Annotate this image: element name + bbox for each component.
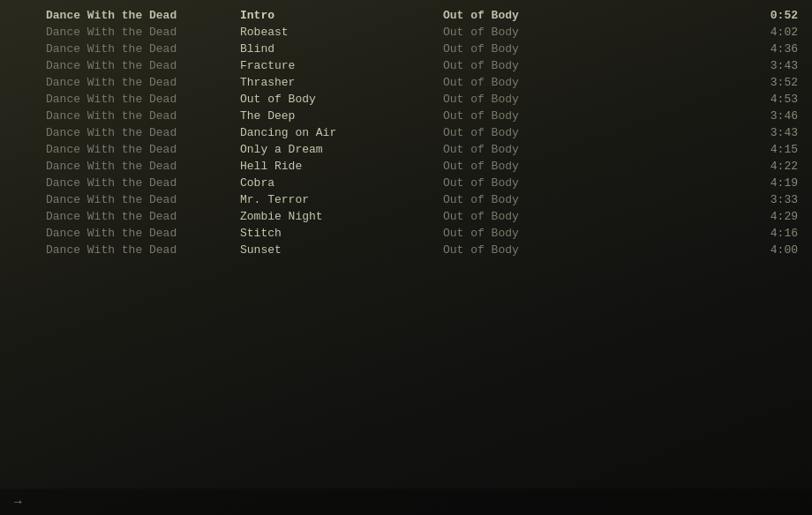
track-row[interactable]: Dance With the DeadOut of BodyOut of Bod… <box>0 91 812 108</box>
track-artist: Dance With the Dead <box>46 176 240 190</box>
track-artist: Dance With the Dead <box>46 42 240 56</box>
track-album: Out of Body <box>443 143 745 156</box>
track-artist: Dance With the Dead <box>46 59 240 72</box>
track-album: Out of Body <box>443 243 745 257</box>
track-duration: 4:29 <box>745 210 798 223</box>
track-list-header: Dance With the Dead Intro Out of Body 0:… <box>0 7 812 24</box>
track-duration: 4:22 <box>745 160 798 173</box>
track-duration: 3:46 <box>745 109 798 123</box>
track-title: Only a Dream <box>240 143 443 156</box>
track-album: Out of Body <box>443 26 745 39</box>
track-album: Out of Body <box>443 193 745 206</box>
track-artist: Dance With the Dead <box>46 243 240 257</box>
track-title: Thrasher <box>240 76 443 89</box>
track-album: Out of Body <box>443 227 745 240</box>
track-row[interactable]: Dance With the DeadFractureOut of Body3:… <box>0 57 812 74</box>
track-duration: 4:16 <box>745 227 798 240</box>
track-row[interactable]: Dance With the DeadStitchOut of Body4:16 <box>0 225 812 242</box>
track-title: Fracture <box>240 59 443 72</box>
track-duration: 4:15 <box>745 143 798 156</box>
track-album: Out of Body <box>443 176 745 190</box>
track-row[interactable]: Dance With the DeadRobeastOut of Body4:0… <box>0 24 812 41</box>
track-row[interactable]: Dance With the DeadMr. TerrorOut of Body… <box>0 191 812 208</box>
header-album: Out of Body <box>443 9 745 22</box>
track-artist: Dance With the Dead <box>46 26 240 39</box>
track-title: Robeast <box>240 26 443 39</box>
track-duration: 3:43 <box>745 126 798 139</box>
track-title: Cobra <box>240 176 443 190</box>
track-duration: 4:02 <box>745 26 798 39</box>
track-artist: Dance With the Dead <box>46 126 240 139</box>
track-album: Out of Body <box>443 93 745 106</box>
track-title: Stitch <box>240 227 443 240</box>
header-artist: Dance With the Dead <box>46 9 240 22</box>
track-row[interactable]: Dance With the DeadZombie NightOut of Bo… <box>0 208 812 225</box>
track-row[interactable]: Dance With the DeadThe DeepOut of Body3:… <box>0 108 812 124</box>
track-row[interactable]: Dance With the DeadThrasherOut of Body3:… <box>0 74 812 91</box>
track-album: Out of Body <box>443 76 745 89</box>
header-title: Intro <box>240 9 443 22</box>
track-title: The Deep <box>240 109 443 123</box>
track-row[interactable]: Dance With the DeadHell RideOut of Body4… <box>0 158 812 175</box>
track-duration: 3:43 <box>745 59 798 72</box>
track-album: Out of Body <box>443 126 745 139</box>
track-title: Dancing on Air <box>240 126 443 139</box>
track-artist: Dance With the Dead <box>46 93 240 106</box>
track-album: Out of Body <box>443 42 745 56</box>
track-title: Out of Body <box>240 93 443 106</box>
track-title: Mr. Terror <box>240 193 443 206</box>
header-duration: 0:52 <box>745 9 798 22</box>
track-album: Out of Body <box>443 160 745 173</box>
track-duration: 4:00 <box>745 243 798 257</box>
track-row[interactable]: Dance With the DeadBlindOut of Body4:36 <box>0 41 812 57</box>
track-row[interactable]: Dance With the DeadCobraOut of Body4:19 <box>0 175 812 191</box>
track-artist: Dance With the Dead <box>46 160 240 173</box>
arrow-icon: → <box>14 495 21 509</box>
track-album: Out of Body <box>443 59 745 72</box>
track-duration: 4:19 <box>745 176 798 190</box>
track-row[interactable]: Dance With the DeadDancing on AirOut of … <box>0 124 812 141</box>
track-artist: Dance With the Dead <box>46 76 240 89</box>
track-title: Zombie Night <box>240 210 443 223</box>
track-title: Blind <box>240 42 443 56</box>
track-artist: Dance With the Dead <box>46 143 240 156</box>
track-album: Out of Body <box>443 109 745 123</box>
track-title: Sunset <box>240 243 443 257</box>
track-title: Hell Ride <box>240 160 443 173</box>
track-artist: Dance With the Dead <box>46 227 240 240</box>
track-duration: 3:52 <box>745 76 798 89</box>
track-row[interactable]: Dance With the DeadOnly a DreamOut of Bo… <box>0 141 812 158</box>
track-duration: 4:36 <box>745 42 798 56</box>
track-album: Out of Body <box>443 210 745 223</box>
track-row[interactable]: Dance With the DeadSunsetOut of Body4:00 <box>0 242 812 258</box>
track-artist: Dance With the Dead <box>46 210 240 223</box>
track-artist: Dance With the Dead <box>46 193 240 206</box>
track-artist: Dance With the Dead <box>46 109 240 123</box>
bottom-bar: → <box>0 489 812 515</box>
track-list: Dance With the Dead Intro Out of Body 0:… <box>0 0 812 265</box>
track-duration: 3:33 <box>745 193 798 206</box>
track-duration: 4:53 <box>745 93 798 106</box>
